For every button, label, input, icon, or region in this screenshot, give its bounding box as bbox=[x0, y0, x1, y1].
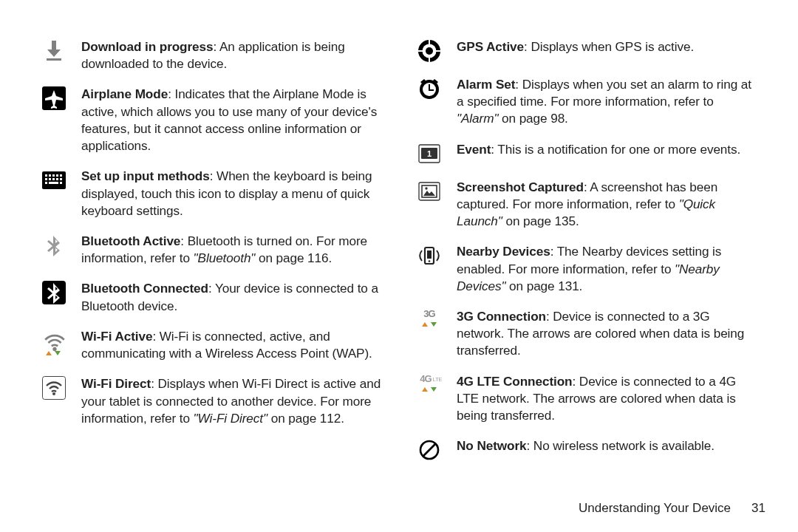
icon-entry: 3G3G Connection: Device is connected to … bbox=[415, 308, 758, 360]
4g-icon: 4GLTE bbox=[415, 373, 443, 396]
entry-after: on page 135. bbox=[502, 214, 579, 228]
icon-entry: Wi-Fi Direct: Displays when Wi-Fi Direct… bbox=[40, 375, 383, 427]
footer-label: Understanding Your Device bbox=[579, 501, 731, 515]
entry-body: : This is a notification for one or more… bbox=[491, 142, 740, 157]
footer: Understanding Your Device31 bbox=[579, 500, 765, 517]
column-right: GPS Active: Displays when GPS is active.… bbox=[415, 38, 758, 475]
entry-title: Bluetooth Connected bbox=[81, 281, 208, 296]
entry-text: GPS Active: Displays when GPS is active. bbox=[457, 38, 758, 55]
entry-title: 4G LTE Connection bbox=[457, 374, 573, 389]
entry-title: Download in progress bbox=[81, 39, 214, 54]
column-left: Download in progress: An application is … bbox=[40, 38, 383, 475]
alarm-icon bbox=[415, 76, 443, 100]
entry-text: Download in progress: An application is … bbox=[81, 38, 383, 72]
icon-entry: Screenshot Captured: A screenshot has be… bbox=[415, 179, 758, 231]
entry-text: Airplane Mode: Indicates that the Airpla… bbox=[81, 86, 383, 154]
svg-text:4G: 4G bbox=[420, 374, 432, 384]
entry-title: Screenshot Captured bbox=[457, 180, 584, 194]
entry-body: : Displays when GPS is active. bbox=[524, 39, 694, 54]
entry-title: Wi-Fi Active bbox=[81, 329, 152, 344]
entry-text: Event: This is a notification for one or… bbox=[457, 141, 758, 158]
icon-entry: No Network: No wireless network is avail… bbox=[415, 437, 758, 462]
bt-on-icon bbox=[40, 280, 68, 304]
icon-entry: GPS Active: Displays when GPS is active. bbox=[415, 38, 758, 63]
page: Download in progress: An application is … bbox=[0, 0, 798, 482]
nearby-icon bbox=[415, 243, 443, 267]
svg-text:3G: 3G bbox=[423, 309, 435, 319]
entry-ref: "Bluetooth" bbox=[194, 250, 256, 265]
icon-entry: Alarm Set: Displays when you set an alar… bbox=[415, 76, 758, 128]
airplane-icon bbox=[40, 86, 68, 110]
icon-entry: Download in progress: An application is … bbox=[40, 38, 383, 72]
entry-text: Bluetooth Connected: Your device is conn… bbox=[81, 280, 383, 314]
icon-entry: Airplane Mode: Indicates that the Airpla… bbox=[40, 86, 383, 154]
icon-entry: 4GLTE4G LTE Connection: Device is connec… bbox=[415, 373, 758, 425]
entry-body: : No wireless network is available. bbox=[527, 438, 715, 453]
icon-entry: Set up input methods: When the keyboard … bbox=[40, 168, 383, 219]
entry-after: on page 131. bbox=[505, 279, 582, 293]
entry-text: 4G LTE Connection: Device is connected t… bbox=[457, 373, 758, 425]
svg-text:LTE: LTE bbox=[433, 377, 443, 382]
bt-off-icon bbox=[40, 233, 68, 257]
entry-title: Event bbox=[457, 142, 491, 157]
entry-text: Set up input methods: When the keyboard … bbox=[81, 168, 383, 219]
entry-text: Wi-Fi Direct: Displays when Wi-Fi Direct… bbox=[81, 375, 383, 427]
entry-title: Bluetooth Active bbox=[81, 233, 180, 248]
keyboard-icon bbox=[40, 168, 68, 192]
entry-title: Wi-Fi Direct bbox=[81, 376, 151, 391]
entry-text: Wi-Fi Active: Wi-Fi is connected, active… bbox=[81, 328, 383, 362]
entry-title: No Network bbox=[457, 438, 527, 453]
entry-after: on page 116. bbox=[255, 250, 332, 265]
wifidirect-icon bbox=[40, 375, 68, 400]
entry-text: Nearby Devices: The Nearby devices setti… bbox=[457, 243, 758, 295]
icon-entry: Wi-Fi Active: Wi-Fi is connected, active… bbox=[40, 328, 383, 362]
entry-title: Alarm Set bbox=[457, 77, 515, 92]
footer-page: 31 bbox=[751, 501, 765, 515]
wifi-icon bbox=[40, 328, 68, 357]
icon-entry: Bluetooth Active: Bluetooth is turned on… bbox=[40, 233, 383, 267]
icon-entry: Event: This is a notification for one or… bbox=[415, 141, 758, 166]
download-icon bbox=[40, 38, 68, 63]
entry-text: 3G Connection: Device is connected to a … bbox=[457, 308, 758, 360]
entry-text: Screenshot Captured: A screenshot has be… bbox=[457, 179, 758, 231]
entry-after: on page 98. bbox=[498, 111, 567, 126]
entry-title: Nearby Devices bbox=[457, 244, 550, 259]
entry-title: Set up input methods bbox=[81, 168, 210, 183]
entry-title: 3G Connection bbox=[457, 309, 546, 324]
nonet-icon bbox=[415, 437, 443, 462]
gps-icon bbox=[415, 38, 443, 63]
entry-ref: "Wi-Fi Direct" bbox=[194, 411, 267, 426]
entry-after: on page 112. bbox=[267, 411, 344, 426]
entry-text: Alarm Set: Displays when you set an alar… bbox=[457, 76, 758, 128]
screenshot-icon bbox=[415, 179, 443, 203]
entry-text: Bluetooth Active: Bluetooth is turned on… bbox=[81, 233, 383, 267]
entry-title: Airplane Mode bbox=[81, 86, 168, 101]
3g-icon: 3G bbox=[415, 308, 443, 331]
event-icon bbox=[415, 141, 443, 166]
icon-entry: Nearby Devices: The Nearby devices setti… bbox=[415, 243, 758, 295]
entry-ref: "Alarm" bbox=[457, 111, 498, 126]
entry-title: GPS Active bbox=[457, 39, 524, 54]
icon-entry: Bluetooth Connected: Your device is conn… bbox=[40, 280, 383, 314]
entry-text: No Network: No wireless network is avail… bbox=[457, 437, 758, 454]
